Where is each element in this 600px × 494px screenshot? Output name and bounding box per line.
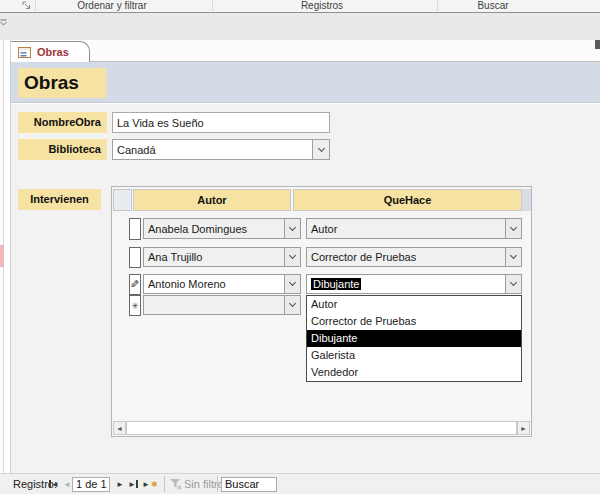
chevron-down-icon [510, 223, 517, 230]
autor-value: Antonio Moreno [144, 275, 284, 293]
new-record-star-icon: ✱ [151, 480, 158, 489]
label-intervienen: Intervienen [18, 189, 101, 210]
form-icon [18, 47, 31, 58]
dialog-launcher-icon[interactable] [22, 1, 32, 11]
ribbon-group-buscar[interactable]: Buscar [433, 0, 553, 12]
dropdown-option-selected[interactable]: Dibujante [307, 330, 521, 347]
chevron-down-icon [289, 252, 296, 259]
search-input[interactable]: Buscar [221, 477, 277, 492]
first-record-button[interactable]: ◄ [49, 474, 59, 494]
autor-value: Ana Trujillo [144, 248, 284, 266]
chevron-down-icon [289, 279, 296, 286]
nombreobra-value: La Vida es Sueño [117, 117, 204, 129]
ribbon-group-registros[interactable]: Registros [250, 0, 394, 12]
navigator-separator [164, 476, 165, 492]
tab-obras[interactable]: Obras [10, 41, 90, 62]
scroll-left-button[interactable]: ◄ [113, 421, 126, 435]
last-record-button[interactable]: ► [128, 474, 138, 494]
current-record-box[interactable]: 1 de 1 [72, 477, 110, 492]
quehace-combobox[interactable]: Autor [306, 218, 522, 239]
quehace-combobox-active[interactable]: Dibujante [306, 274, 522, 294]
subform-horizontal-scrollbar[interactable]: ◄ ► [113, 421, 530, 435]
label-biblioteca: Biblioteca [18, 139, 107, 160]
new-record-button[interactable]: ►✱ [142, 474, 158, 494]
record-selector[interactable] [129, 247, 141, 268]
dropdown-button[interactable] [284, 275, 300, 293]
previous-record-button[interactable]: ◄ [63, 474, 71, 494]
record-selector-new[interactable]: ✳ [129, 295, 141, 316]
dropdown-button[interactable] [284, 219, 300, 238]
dropdown-button[interactable] [284, 248, 300, 266]
autor-value: Anabela Domingues [144, 219, 284, 238]
chevron-down-icon [289, 223, 296, 230]
record-navigator-bar: Registro: ◄ ◄ 1 de 1 ► ► ►✱ Sin filtro B… [0, 473, 600, 494]
collapsed-nav-pane-bar [3, 40, 11, 473]
autor-combobox[interactable]: Ana Trujillo [143, 247, 301, 267]
below-ribbon-strip [0, 13, 600, 40]
form-title: Obras [18, 68, 106, 98]
next-record-button[interactable]: ► [116, 474, 124, 494]
subform-header-strip [522, 189, 531, 211]
quehace-value-selected: Dibujante [307, 275, 505, 293]
autor-combobox[interactable]: Anabela Domingues [143, 218, 301, 239]
quehace-dropdown-list: Autor Corrector de Pruebas Dibujante Gal… [306, 295, 522, 382]
nav-pane-fragment [0, 245, 4, 267]
window-edge-fragment [595, 40, 600, 49]
chevron-down-icon [317, 144, 324, 151]
column-header-quehace[interactable]: QueHace [293, 189, 522, 211]
label-nombreobra: NombreObra [18, 112, 107, 133]
biblioteca-value: Canadá [113, 140, 312, 159]
last-record-icon [136, 480, 138, 488]
quehace-value: Corrector de Pruebas [307, 248, 505, 266]
nombreobra-input[interactable]: La Vida es Sueño [112, 112, 330, 133]
autor-combobox[interactable]: Antonio Moreno [143, 274, 301, 294]
autor-value [144, 296, 284, 314]
ribbon-group-label-row: Ordenar y filtrar Registros Buscar [0, 0, 600, 13]
column-header-autor[interactable]: Autor [133, 189, 291, 211]
scrollbar-track[interactable] [126, 421, 517, 435]
dropdown-option[interactable]: Vendedor [307, 364, 521, 381]
chevron-down-icon [0, 19, 8, 28]
access-window: Ordenar y filtrar Registros Buscar Obras [0, 0, 600, 494]
ribbon-separator [35, 1, 36, 11]
dropdown-option[interactable]: Autor [307, 296, 521, 313]
dropdown-button[interactable] [505, 219, 521, 238]
chevron-down-icon [510, 279, 517, 286]
ribbon-separator [212, 1, 213, 11]
chevron-down-icon [289, 300, 296, 307]
dropdown-button[interactable] [312, 140, 329, 159]
intervienen-subform: Autor QueHace ✎ ✳ Anabela Domingues Auto… [111, 186, 532, 437]
subform-corner-cell [113, 189, 132, 211]
pencil-icon: ✎ [130, 278, 139, 291]
quehace-combobox[interactable]: Corrector de Pruebas [306, 247, 522, 267]
filter-icon[interactable] [169, 478, 183, 491]
document-tab-bar: Obras [0, 40, 600, 62]
ribbon-group-ordenar-y-filtrar[interactable]: Ordenar y filtrar [40, 0, 184, 12]
record-selector[interactable] [129, 218, 141, 240]
dropdown-button-active[interactable] [505, 275, 521, 293]
dropdown-option[interactable]: Galerista [307, 347, 521, 364]
quehace-value: Autor [307, 219, 505, 238]
tab-label: Obras [37, 46, 69, 58]
biblioteca-combobox[interactable]: Canadá [112, 139, 330, 160]
dropdown-option[interactable]: Corrector de Pruebas [307, 313, 521, 330]
dropdown-button[interactable] [284, 296, 300, 314]
chevron-down-icon [510, 252, 517, 259]
scroll-right-button[interactable]: ► [517, 421, 530, 435]
navigator-separator [217, 476, 218, 492]
dropdown-button[interactable] [505, 248, 521, 266]
record-selector-editing[interactable]: ✎ [129, 274, 141, 295]
autor-combobox-new[interactable] [143, 295, 301, 315]
new-record-asterisk-icon: ✳ [131, 301, 139, 311]
